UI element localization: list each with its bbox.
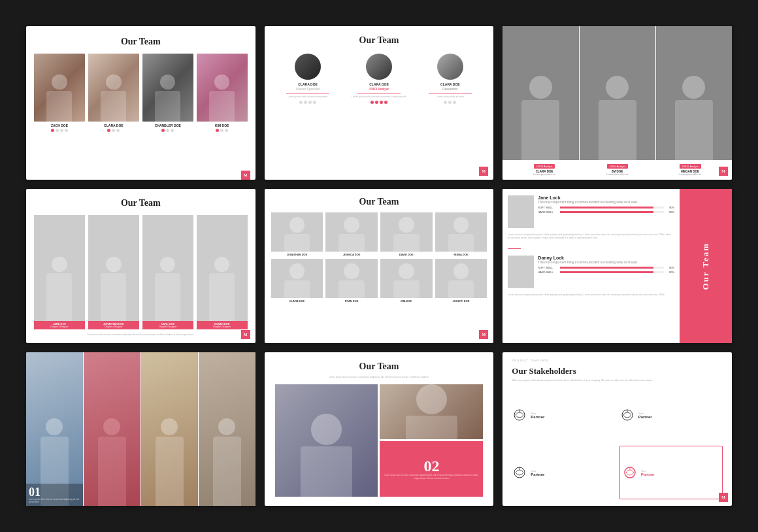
member-jessica-doe: JESSICA DOE: [325, 212, 378, 256]
researcher-name: CLARA DOE: [440, 82, 460, 86]
member-mia-doe: MIA DOE: [380, 259, 433, 303]
member-clara-doe: CLARA DOE: [271, 259, 323, 303]
big-number: 02: [423, 458, 439, 474]
clara-social: [88, 129, 139, 132]
ryan-doe-photo: [325, 259, 378, 298]
collage-photos: [503, 26, 732, 160]
david-doe-photo: [380, 212, 433, 252]
social-dot-pink: [375, 101, 378, 104]
kim-photo: [197, 54, 248, 122]
soft-skill-fill: [560, 207, 653, 208]
slide-2-team-row: CLARA DOE Finance Specialist Lorem ipsum…: [272, 54, 486, 104]
member-risna-doe: RISNA DOE: [435, 212, 487, 256]
our-team-vertical: Our Team: [700, 242, 711, 290]
finance-role: Finance Specialist: [296, 88, 320, 91]
danny-soft-fill: [560, 267, 653, 269]
danny-description: Lorem ipsum is simply dummy text of the …: [508, 293, 674, 297]
danny-hard-pct: 90%: [667, 271, 674, 274]
hard-skill-pct: 90%: [667, 210, 674, 214]
social-dot: [453, 101, 456, 104]
social-icon-2: [220, 129, 223, 132]
badge-2: UI/Ux Analyst: [607, 164, 628, 169]
slide-8-title: Our Team: [359, 361, 399, 372]
slide-3-brand-bar: M: [719, 167, 728, 176]
carl-bar: CARL DOE Graphic Designer: [142, 321, 193, 329]
slide-skills: Jane Lock The most important thing in co…: [503, 189, 732, 342]
member-carl: CARL DOE Graphic Designer: [142, 215, 193, 329]
divider-pink: [508, 248, 521, 249]
member-jonathan: JONATHAN DOE Graphic Designer: [88, 215, 139, 329]
slide-4-team-row: JANE DOE Graphic Designer JONATHAN DOE G…: [34, 215, 248, 329]
jessica-doe-photo: [325, 212, 378, 252]
risna-doe-photo: [435, 212, 487, 252]
clara-doe-photo: [271, 259, 323, 298]
jane-description: Lorem ipsum is simply dummy text of the …: [508, 233, 674, 240]
social-dot: [304, 101, 307, 104]
jane-lock-card: Jane Lock The most important thing in co…: [508, 195, 674, 228]
chandler-name: CHANDLER DOE: [142, 124, 193, 127]
social-icon-3: [225, 129, 228, 132]
researcher-divider: [429, 93, 471, 93]
social-dot: [448, 101, 452, 104]
asian-col: [656, 26, 732, 160]
small-photo-1: [380, 384, 483, 440]
susan-bar: SUSAN DOE Graphic Designer: [197, 321, 248, 329]
clara-name: CLARA DOE: [88, 124, 139, 127]
side-text: Lorem ipsum dolor sit amet, consectetur …: [383, 474, 480, 480]
member-joseph-doe: JOSEPH DOE: [435, 259, 487, 303]
social-dot-pink: [371, 101, 374, 104]
social-dot: [308, 101, 312, 104]
member-jonathan-doe: JONATHAN DOE: [271, 212, 323, 256]
wreath-4: [622, 465, 638, 480]
danny-hard-skill: HARD SKILL 90%: [538, 271, 674, 274]
danny-hard-bg: [560, 271, 664, 273]
social-icon-1: [161, 129, 165, 132]
kim-social: [197, 129, 248, 132]
social-dot-pink: [380, 101, 383, 104]
col-3: [141, 352, 198, 506]
social-dot: [313, 101, 316, 104]
col-2: [84, 352, 140, 506]
jane-photo: [34, 215, 85, 321]
social-dot: [299, 101, 303, 104]
brand-bar: M: [479, 330, 488, 339]
partner-1-text: Your Partner: [531, 412, 544, 419]
member-kim: KIM DOE: [197, 54, 248, 173]
uiux-photo: [366, 54, 392, 80]
slide-8-grid: 02 Lorem ipsum dolor sit amet, consectet…: [275, 384, 484, 497]
slide-photo-4col: 01 Lorem ipsum dolor sit amet consectetu…: [26, 352, 255, 506]
partners-grid: Your Partner Your Partner: [512, 389, 723, 499]
slide-5-grid: JONATHAN DOE JESSICA DOE DAVID DOE RISNA…: [271, 212, 487, 303]
presentation-grid: Our Team ZACH DOE CLARA DOE: [0, 0, 758, 532]
uiux-divider: [357, 93, 400, 93]
slide-team-8: Our Team JONATHAN DOE JESSICA DOE DAVID …: [265, 189, 494, 342]
soft-skill-pct: 90%: [667, 206, 674, 209]
hard-skill-bg: [560, 211, 664, 213]
social-icon-2: [112, 129, 115, 132]
jane-lock-details: Jane Lock The most important thing in co…: [538, 195, 674, 215]
jonathan-bar: JONATHAN DOE Graphic Designer: [88, 321, 139, 329]
social-dot-pink: [384, 101, 387, 104]
member-jane: JANE DOE Graphic Designer: [34, 215, 85, 329]
jonathan-photo: [88, 215, 139, 321]
member-susan: SUSAN DOE Graphic Designer: [197, 215, 248, 329]
man-col: [580, 26, 655, 160]
danny-soft-skill: SOFT SKILL 90%: [538, 266, 674, 269]
carl-role: Graphic Designer: [144, 325, 191, 328]
finance-name: CLARA DOE: [298, 82, 318, 86]
social-icon-1: [107, 129, 110, 132]
person-info-3: UI/UX Analyst MEGAN DOE Lorem ipsum dolo…: [679, 164, 700, 176]
wreath-2: [619, 407, 635, 423]
clara-photo: [88, 54, 139, 122]
member-david-doe: DAVID DOE: [380, 212, 433, 256]
social-icon-3: [60, 129, 63, 132]
jane-soft-skill: SOFT SKILL 90%: [538, 206, 674, 209]
chandler-photo: [142, 54, 193, 122]
finance-divider: [286, 93, 329, 93]
member-clara: CLARA DOE: [88, 54, 139, 173]
finance-photo: [295, 54, 321, 80]
partner-2: Your Partner: [619, 389, 723, 442]
uiux-social: [371, 101, 387, 104]
social-icon-1: [51, 129, 54, 132]
researcher-social: [444, 101, 456, 104]
